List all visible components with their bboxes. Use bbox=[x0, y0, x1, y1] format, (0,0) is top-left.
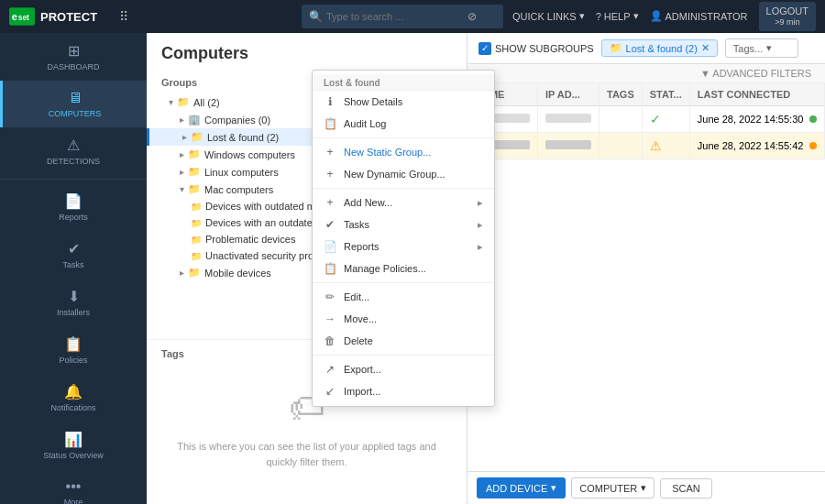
folder-icon: 📁 bbox=[191, 131, 204, 143]
folder-icon: 📁 bbox=[191, 202, 202, 212]
tags-dropdown[interactable]: Tags... ▾ bbox=[725, 38, 798, 58]
policies-icon: 📋 bbox=[64, 335, 82, 353]
ctx-manage-policies-label: Manage Policies... bbox=[344, 263, 426, 274]
ctx-edit-label: Edit... bbox=[344, 291, 369, 302]
scan-button[interactable]: SCAN bbox=[660, 478, 712, 499]
help-button[interactable]: ? HELP ▾ bbox=[596, 10, 639, 22]
context-menu: Lost & found ℹ Show Details 📋 Audit Log … bbox=[312, 70, 495, 407]
ctx-divider3 bbox=[313, 282, 494, 283]
sidebar-item-dashboard[interactable]: ⊞ DASHBOARD bbox=[0, 33, 147, 81]
edit-icon: ✏ bbox=[324, 290, 336, 303]
connected-dot-icon bbox=[809, 142, 817, 149]
add-dynamic-icon: + bbox=[324, 168, 336, 181]
col-ip[interactable]: IP AD... bbox=[538, 83, 600, 106]
grid-icon[interactable]: ⠿ bbox=[119, 9, 128, 24]
add-new-icon: + bbox=[324, 196, 336, 209]
sidebar-item-more[interactable]: ••• More bbox=[0, 469, 147, 504]
ctx-add-new[interactable]: + Add New... ▸ bbox=[313, 192, 494, 214]
sidebar-item-notifications[interactable]: 🔔 Notifications bbox=[0, 374, 147, 422]
add-device-button[interactable]: ADD DEVICE ▾ bbox=[477, 477, 566, 499]
ctx-audit-log[interactable]: 📋 Audit Log bbox=[313, 113, 494, 135]
tags-label: Tags bbox=[161, 348, 184, 359]
tree-label-mobile: Mobile devices bbox=[204, 268, 271, 279]
export-icon: ↗ bbox=[324, 363, 336, 376]
ctx-show-details[interactable]: ℹ Show Details bbox=[313, 91, 494, 113]
ctx-divider4 bbox=[313, 355, 494, 356]
installers-label: Installers bbox=[57, 308, 90, 317]
ctx-export[interactable]: ↗ Export... bbox=[313, 358, 494, 380]
computer-button[interactable]: COMPUTER ▾ bbox=[571, 477, 654, 499]
folder-chip-icon: 📁 bbox=[610, 42, 622, 54]
col-last-connected[interactable]: LAST CONNECTED bbox=[689, 83, 825, 106]
tree-label-all: All (2) bbox=[193, 97, 220, 108]
status-icon: 📊 bbox=[64, 431, 82, 448]
show-subgroups-checkbox[interactable]: ✓ bbox=[478, 42, 491, 55]
chevron-down-icon: ▾ bbox=[551, 482, 556, 494]
cell-ip bbox=[538, 106, 600, 133]
reports-ctx-icon: 📄 bbox=[324, 240, 336, 253]
ctx-tasks[interactable]: ✔ Tasks ▸ bbox=[313, 214, 494, 236]
svg-text:e: e bbox=[12, 11, 17, 22]
main-area: ⊞ DASHBOARD 🖥 COMPUTERS ⚠ DETECTIONS 📄 R… bbox=[0, 33, 825, 504]
ctx-reports[interactable]: 📄 Reports ▸ bbox=[313, 236, 494, 257]
submenu-arrow-icon: ▸ bbox=[478, 241, 483, 253]
sidebar-item-computers[interactable]: 🖥 COMPUTERS bbox=[0, 81, 147, 127]
col-status[interactable]: STAT... bbox=[642, 83, 689, 106]
manage-policies-icon: 📋 bbox=[324, 262, 336, 275]
computer-label: COMPUTER bbox=[579, 483, 637, 494]
detections-icon: ⚠ bbox=[67, 137, 80, 154]
ctx-export-label: Export... bbox=[344, 364, 381, 375]
ctx-manage-policies[interactable]: 📋 Manage Policies... bbox=[313, 257, 494, 279]
ctx-new-static-group[interactable]: + New Static Group... bbox=[313, 141, 494, 163]
ctx-new-dynamic-label: New Dynamic Group... bbox=[344, 169, 446, 180]
sidebar-item-policies[interactable]: 📋 Policies bbox=[0, 326, 147, 374]
ctx-show-details-label: Show Details bbox=[344, 96, 402, 107]
show-subgroups-label: SHOW SUBGROUPS bbox=[495, 43, 594, 54]
table-row[interactable]: ⚠ June 28, 2022 14:55:42 2 0 Micro... us… bbox=[468, 133, 825, 159]
col-tags[interactable]: TAGS bbox=[600, 83, 643, 106]
sidebar-item-status[interactable]: 📊 Status Overview bbox=[0, 422, 147, 469]
folder-icon: 📁 bbox=[191, 235, 202, 245]
topbar: e set PROTECT ⠿ 🔍 ⊘ QUICK LINKS ▾ ? HELP… bbox=[0, 0, 825, 33]
sidebar-title: Computers bbox=[161, 44, 248, 63]
ctx-delete-label: Delete bbox=[344, 335, 373, 346]
sidebar-item-reports[interactable]: 📄 Reports bbox=[0, 183, 147, 231]
advanced-filters-button[interactable]: ▼ ADVANCED FILTERS bbox=[700, 68, 811, 79]
lost-found-filter-chip[interactable]: 📁 Lost & found (2) ✕ bbox=[601, 39, 718, 57]
scan-label: SCAN bbox=[672, 483, 700, 494]
tree-label-companies: Companies (0) bbox=[204, 115, 270, 126]
admin-button[interactable]: 👤 ADMINISTRATOR bbox=[650, 10, 748, 22]
sidebar-item-tasks[interactable]: ✔ Tasks bbox=[0, 231, 147, 279]
quick-links-button[interactable]: QUICK LINKS ▾ bbox=[512, 10, 585, 22]
folder-icon: 📁 bbox=[188, 148, 201, 160]
ctx-new-dynamic-group[interactable]: + New Dynamic Group... bbox=[313, 163, 494, 185]
sidebar-item-installers[interactable]: ⬇ Installers bbox=[0, 279, 147, 326]
ctx-divider bbox=[313, 137, 494, 138]
cell-ip bbox=[538, 133, 600, 159]
sidebar-item-detections[interactable]: ⚠ DETECTIONS bbox=[0, 127, 147, 175]
computers-label: COMPUTERS bbox=[49, 109, 102, 118]
ctx-new-static-label: New Static Group... bbox=[344, 147, 431, 158]
remove-filter-icon[interactable]: ✕ bbox=[701, 42, 710, 54]
table-row[interactable]: ✓ June 28, 2022 14:55:30 0 0 CentOS root bbox=[468, 106, 825, 133]
cell-last-connected: June 28, 2022 14:55:30 bbox=[689, 106, 825, 133]
cell-status: ✓ bbox=[642, 106, 689, 133]
company-icon: 🏢 bbox=[188, 114, 201, 126]
show-subgroups: ✓ SHOW SUBGROUPS bbox=[478, 42, 594, 55]
tree-label-windows: Windows computers bbox=[204, 149, 295, 160]
ctx-move[interactable]: → Move... bbox=[313, 308, 494, 330]
delete-icon: 🗑 bbox=[324, 334, 336, 347]
admin-label: ADMINISTRATOR bbox=[666, 11, 748, 22]
folder-icon: 📁 bbox=[191, 218, 202, 228]
ctx-edit[interactable]: ✏ Edit... bbox=[313, 286, 494, 308]
ctx-delete[interactable]: 🗑 Delete bbox=[313, 330, 494, 352]
cell-tags bbox=[600, 106, 643, 133]
top-actions: QUICK LINKS ▾ ? HELP ▾ 👤 ADMINISTRATOR L… bbox=[512, 2, 816, 31]
ctx-import[interactable]: ↙ Import... bbox=[313, 380, 494, 402]
search-input[interactable] bbox=[326, 11, 464, 22]
logout-button[interactable]: LOGOUT >9 min bbox=[759, 2, 816, 31]
bottom-bar: ADD DEVICE ▾ COMPUTER ▾ SCAN TAGS bbox=[468, 471, 825, 504]
help-label: HELP bbox=[604, 11, 631, 22]
ctx-divider2 bbox=[313, 188, 494, 189]
add-static-icon: + bbox=[324, 146, 336, 159]
